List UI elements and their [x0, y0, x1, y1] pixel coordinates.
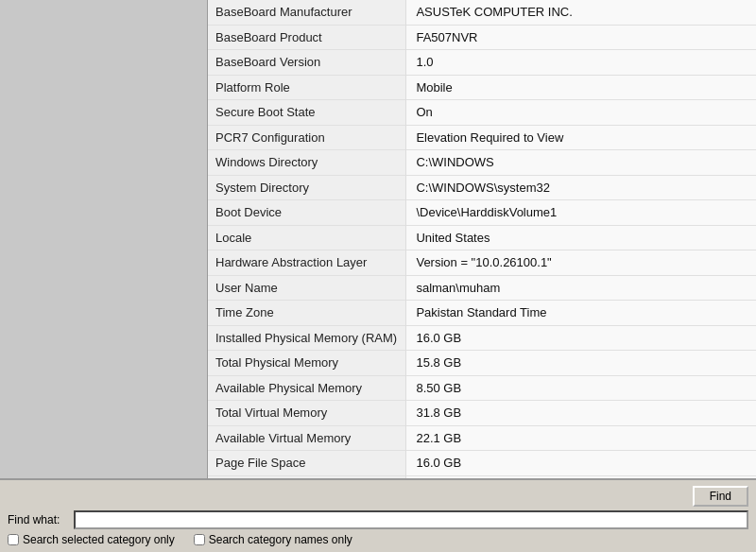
row-value: C:\WINDOWS: [406, 150, 756, 176]
row-label: Available Virtual Memory: [208, 425, 406, 451]
table-row: Available Physical Memory8.50 GB: [208, 375, 756, 401]
table-row: Time ZonePakistan Standard Time: [208, 301, 756, 326]
row-value: 8.50 GB: [406, 375, 756, 401]
checkbox-names-label: Search category names only: [209, 533, 352, 546]
find-input[interactable]: [74, 510, 748, 529]
find-row: Find: [8, 486, 748, 507]
row-value: 16.0 GB: [406, 451, 756, 476]
row-value: On: [406, 100, 756, 126]
row-value: Pakistan Standard Time: [406, 301, 756, 326]
find-what-label: Find what:: [8, 513, 74, 526]
checkbox-search-names[interactable]: Search category names only: [194, 533, 352, 546]
row-label: Hardware Abstraction Layer: [208, 250, 406, 276]
find-what-row: Find what:: [8, 510, 748, 529]
row-label: Locale: [208, 225, 406, 250]
left-panel: [0, 0, 208, 478]
row-value: FA507NVR: [406, 25, 756, 50]
bottom-bar: Find Find what: Search selected category…: [0, 478, 756, 552]
info-table: BaseBoard ManufacturerASUSTeK COMPUTER I…: [208, 0, 756, 478]
checkbox-search-selected[interactable]: Search selected category only: [8, 533, 175, 546]
checkbox-selected-input[interactable]: [8, 534, 19, 545]
checkbox-names-input[interactable]: [194, 534, 205, 545]
checkbox-selected-label: Search selected category only: [23, 533, 175, 546]
table-row: User Namesalman\muham: [208, 275, 756, 301]
row-value: Mobile: [406, 75, 756, 100]
row-value: United States: [406, 225, 756, 250]
row-label: PCR7 Configuration: [208, 125, 406, 150]
row-label: Total Physical Memory: [208, 351, 406, 376]
row-value: \Device\HarddiskVolume1: [406, 200, 756, 226]
row-label: Platform Role: [208, 75, 406, 100]
row-label: Total Virtual Memory: [208, 401, 406, 426]
checkboxes-row: Search selected category only Search cat…: [8, 533, 748, 546]
table-row: Hardware Abstraction LayerVersion = "10.…: [208, 250, 756, 276]
row-label: Available Physical Memory: [208, 375, 406, 401]
row-label: Windows Directory: [208, 150, 406, 176]
table-row: Installed Physical Memory (RAM)16.0 GB: [208, 325, 756, 351]
row-value: C:\WINDOWS\system32: [406, 175, 756, 200]
table-row: Boot Device\Device\HarddiskVolume1: [208, 200, 756, 226]
main-container: BaseBoard ManufacturerASUSTeK COMPUTER I…: [0, 0, 756, 552]
table-row: Total Physical Memory15.8 GB: [208, 351, 756, 376]
row-value: Version = "10.0.26100.1": [406, 250, 756, 276]
row-value: 22.1 GB: [406, 425, 756, 451]
table-row: Secure Boot StateOn: [208, 100, 756, 126]
content-area: BaseBoard ManufacturerASUSTeK COMPUTER I…: [0, 0, 756, 478]
table-row: Total Virtual Memory31.8 GB: [208, 401, 756, 426]
table-row: Platform RoleMobile: [208, 75, 756, 100]
table-row: System DirectoryC:\WINDOWS\system32: [208, 175, 756, 200]
table-row: BaseBoard Version1.0: [208, 50, 756, 76]
row-label: Page File Space: [208, 451, 406, 476]
table-row: LocaleUnited States: [208, 225, 756, 250]
table-row: Available Virtual Memory22.1 GB: [208, 425, 756, 451]
row-label: System Directory: [208, 175, 406, 200]
row-value: 1.0: [406, 50, 756, 76]
row-label: Installed Physical Memory (RAM): [208, 325, 406, 351]
row-label: BaseBoard Version: [208, 50, 406, 76]
row-value: Elevation Required to View: [406, 125, 756, 150]
row-value: ASUSTeK COMPUTER INC.: [406, 0, 756, 25]
table-row: Page File Space16.0 GB: [208, 451, 756, 476]
table-row: BaseBoard ManufacturerASUSTeK COMPUTER I…: [208, 0, 756, 25]
row-value: salman\muham: [406, 275, 756, 301]
row-label: User Name: [208, 275, 406, 301]
row-label: Secure Boot State: [208, 100, 406, 126]
row-label: Time Zone: [208, 301, 406, 326]
row-label: BaseBoard Manufacturer: [208, 0, 406, 25]
table-row: BaseBoard ProductFA507NVR: [208, 25, 756, 50]
row-value: 16.0 GB: [406, 325, 756, 351]
row-label: Boot Device: [208, 200, 406, 226]
table-row: Windows DirectoryC:\WINDOWS: [208, 150, 756, 176]
row-value: 15.8 GB: [406, 351, 756, 376]
row-value: 31.8 GB: [406, 401, 756, 426]
find-button[interactable]: Find: [693, 486, 748, 507]
right-panel: BaseBoard ManufacturerASUSTeK COMPUTER I…: [208, 0, 756, 478]
table-row: PCR7 ConfigurationElevation Required to …: [208, 125, 756, 150]
row-label: BaseBoard Product: [208, 25, 406, 50]
